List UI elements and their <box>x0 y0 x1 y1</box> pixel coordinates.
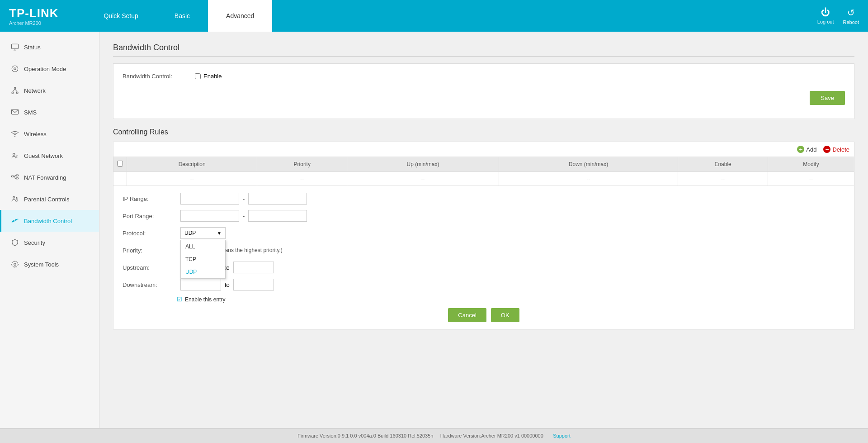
network-icon <box>10 86 19 95</box>
sidebar-item-wireless[interactable]: Wireless <box>0 123 99 145</box>
reboot-icon: ↺ <box>847 7 855 18</box>
sidebar-item-bandwidth-control[interactable]: Bandwidth Control <box>0 210 99 232</box>
sidebar-item-parental-controls-label: Parental Controls <box>24 196 69 203</box>
port-range-separator: - <box>243 213 245 219</box>
protocol-option-udp[interactable]: UDP <box>181 266 225 278</box>
sidebar-item-bandwidth-control-label: Bandwidth Control <box>24 218 72 224</box>
delete-button[interactable]: − Delete <box>823 146 849 153</box>
svg-point-11 <box>14 136 15 137</box>
downstream-to-label: to <box>225 281 230 288</box>
power-icon: ⏻ <box>821 7 830 18</box>
header: TP-LINK Archer MR200 Quick Setup Basic A… <box>0 0 868 32</box>
sidebar-item-network[interactable]: Network <box>0 80 99 101</box>
svg-line-8 <box>13 89 15 92</box>
inline-form: IP Range: - Port Range: - Protocol: UDP … <box>113 186 854 329</box>
hardware-version: Hardware Version:Archer MR200 v1 0000000… <box>440 433 543 438</box>
select-all-checkbox[interactable] <box>117 161 123 167</box>
nav-tabs: Quick Setup Basic Advanced <box>86 0 817 32</box>
nat-icon <box>10 173 19 182</box>
sidebar-item-security[interactable]: Security <box>0 232 99 253</box>
logout-label: Log out <box>817 19 834 24</box>
logo-model: Archer MR200 <box>9 20 59 26</box>
table-cell-enable: -- <box>678 172 768 186</box>
sidebar-item-guest-network[interactable]: Guest Network <box>0 145 99 167</box>
save-row: Save <box>123 86 845 110</box>
save-button[interactable]: Save <box>810 91 845 105</box>
reboot-button[interactable]: ↺ Reboot <box>843 7 859 25</box>
enable-label[interactable]: Enable <box>203 73 222 80</box>
col-checkbox <box>113 157 127 172</box>
add-circle-icon: + <box>797 146 804 153</box>
sidebar-item-wireless-label: Wireless <box>24 131 47 138</box>
guest-network-icon <box>10 151 19 160</box>
form-actions: Cancel OK <box>123 308 845 322</box>
tab-basic[interactable]: Basic <box>156 0 208 32</box>
col-modify: Modify <box>768 157 854 172</box>
sidebar-item-system-tools[interactable]: System Tools <box>0 253 99 275</box>
support-link[interactable]: Support <box>553 433 571 438</box>
header-actions: ⏻ Log out ↺ Reboot <box>817 7 859 25</box>
downstream-max-input[interactable] <box>233 279 274 291</box>
cancel-button[interactable]: Cancel <box>448 308 486 322</box>
svg-point-20 <box>13 196 15 198</box>
sidebar-item-sms-label: SMS <box>24 109 37 116</box>
downstream-label: Downstream: <box>123 281 177 288</box>
logout-button[interactable]: ⏻ Log out <box>817 7 834 24</box>
sidebar-item-system-tools-label: System Tools <box>24 261 59 268</box>
protocol-option-tcp[interactable]: TCP <box>181 253 225 266</box>
ip-range-start-input[interactable] <box>180 193 239 205</box>
sidebar-item-nat-forwarding[interactable]: NAT Forwarding <box>0 167 99 188</box>
add-button[interactable]: + Add <box>797 146 816 153</box>
table-row: -- -- -- -- -- -- <box>113 172 854 186</box>
svg-rect-15 <box>16 178 19 179</box>
port-range-end-input[interactable] <box>248 210 307 222</box>
check-icon: ☑ <box>177 296 182 303</box>
status-icon <box>10 43 19 52</box>
table-cell-desc: -- <box>127 172 257 186</box>
upstream-max-input[interactable] <box>233 262 274 273</box>
bandwidth-control-card: Bandwidth Control: Enable Save <box>113 63 854 119</box>
enable-checkbox[interactable] <box>195 73 201 79</box>
enable-entry-row: ☑ Enable this entry <box>177 296 845 303</box>
security-icon <box>10 238 19 247</box>
chevron-down-icon: ▼ <box>217 231 222 236</box>
downstream-row: Downstream: to <box>123 279 845 291</box>
operation-mode-icon <box>10 64 19 73</box>
protocol-select-wrap[interactable]: UDP ▼ ALL TCP UDP <box>180 227 226 239</box>
port-range-label: Port Range: <box>123 213 177 219</box>
sidebar-item-guest-network-label: Guest Network <box>24 152 63 159</box>
table-cell-down: -- <box>499 172 678 186</box>
svg-point-12 <box>13 153 15 156</box>
protocol-dropdown-trigger[interactable]: UDP ▼ <box>180 227 226 239</box>
downstream-min-input[interactable] <box>180 279 221 291</box>
sidebar-item-security-label: Security <box>24 239 45 246</box>
sidebar-item-operation-mode-label: Operation Mode <box>24 66 66 72</box>
tab-advanced[interactable]: Advanced <box>208 0 272 32</box>
footer: Firmware Version:0.9.1 0.0 v004a.0 Build… <box>0 428 868 443</box>
svg-rect-14 <box>16 175 19 176</box>
enable-checkbox-wrap[interactable]: Enable <box>195 73 222 80</box>
enable-entry-label: Enable this entry <box>185 296 225 303</box>
port-range-start-input[interactable] <box>180 210 239 222</box>
delete-label: Delete <box>832 146 849 153</box>
wireless-icon <box>10 129 19 138</box>
protocol-option-all[interactable]: ALL <box>181 240 225 253</box>
ip-range-end-input[interactable] <box>248 193 307 205</box>
priority-row: Priority: (1 means the highest priority.… <box>123 244 845 256</box>
sidebar-item-sms[interactable]: SMS <box>0 101 99 123</box>
bandwidth-enable-row: Bandwidth Control: Enable <box>123 73 845 80</box>
sidebar-item-operation-mode[interactable]: Operation Mode <box>0 58 99 80</box>
ok-button[interactable]: OK <box>491 308 519 322</box>
priority-label: Priority: <box>123 247 177 254</box>
svg-line-9 <box>15 89 17 92</box>
sidebar-item-network-label: Network <box>24 87 46 94</box>
svg-point-3 <box>12 66 18 72</box>
tab-quick-setup[interactable]: Quick Setup <box>86 0 156 32</box>
table-header-row: Description Priority Up (min/max) Down (… <box>113 157 854 172</box>
sidebar-item-status[interactable]: Status <box>0 36 99 58</box>
ip-range-row: IP Range: - <box>123 193 845 205</box>
sidebar-item-parental-controls[interactable]: Parental Controls <box>0 188 99 210</box>
protocol-dropdown-menu: ALL TCP UDP <box>180 240 226 279</box>
col-enable: Enable <box>678 157 768 172</box>
col-up: Up (min/max) <box>347 157 499 172</box>
